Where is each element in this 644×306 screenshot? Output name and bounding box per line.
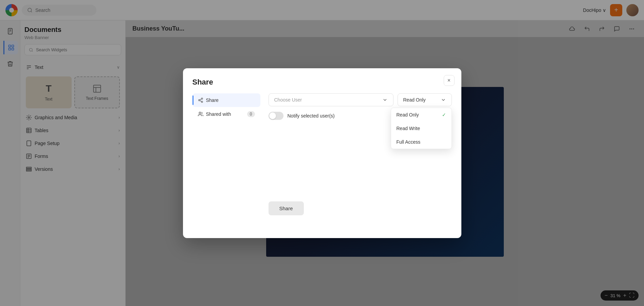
- svg-point-31: [201, 98, 203, 99]
- modal-overlay[interactable]: Share × Share Shared with 0: [0, 0, 644, 306]
- share-modal: Share × Share Shared with 0: [183, 68, 461, 238]
- modal-nav: Share Shared with 0: [192, 93, 260, 215]
- svg-line-34: [200, 101, 201, 102]
- people-nav-icon: [198, 111, 203, 117]
- perm-option-read-write-label: Read Write: [397, 126, 420, 131]
- modal-nav-share-label: Share: [206, 97, 219, 103]
- choose-user-dropdown[interactable]: Choose User: [269, 93, 393, 106]
- share-row: Choose User Read Only Read Only: [269, 93, 452, 106]
- choose-user-placeholder: Choose User: [274, 97, 302, 103]
- modal-nav-share[interactable]: Share: [192, 93, 260, 107]
- modal-title: Share: [192, 78, 452, 87]
- perm-option-full-access-label: Full Access: [397, 139, 421, 145]
- modal-content-area: Choose User Read Only Read Only: [269, 93, 452, 215]
- permission-dropdown-arrow-icon: [441, 97, 446, 103]
- perm-option-read-write[interactable]: Read Write: [391, 122, 452, 135]
- svg-point-33: [201, 101, 203, 102]
- perm-option-read-only-label: Read Only: [397, 112, 419, 118]
- permission-dropdown-wrapper: Read Only Read Only ✓ Read Write: [398, 93, 452, 106]
- perm-option-read-only[interactable]: Read Only ✓: [391, 108, 452, 122]
- svg-point-36: [199, 112, 201, 114]
- modal-nav-shared-with-label: Shared with: [206, 111, 231, 117]
- svg-line-35: [200, 99, 201, 100]
- permission-menu: Read Only ✓ Read Write Full Access: [391, 108, 452, 149]
- permission-dropdown[interactable]: Read Only: [398, 93, 452, 106]
- user-dropdown-arrow-icon: [382, 97, 388, 103]
- close-icon: ×: [447, 77, 450, 84]
- perm-option-full-access[interactable]: Full Access: [391, 135, 452, 149]
- modal-close-button[interactable]: ×: [444, 75, 455, 86]
- shared-with-badge: 0: [247, 111, 255, 117]
- share-nav-icon: [198, 97, 203, 103]
- modal-body: Share Shared with 0 Choose User: [192, 93, 452, 215]
- notify-label: Notify selected user(s): [288, 113, 335, 119]
- modal-nav-shared-with[interactable]: Shared with 0: [192, 107, 260, 121]
- share-button[interactable]: Share: [269, 201, 304, 215]
- permission-selected: Read Only: [403, 97, 426, 103]
- perm-option-read-only-check: ✓: [442, 112, 446, 118]
- share-btn-label: Share: [279, 205, 293, 211]
- svg-point-32: [199, 100, 200, 101]
- notify-toggle[interactable]: [269, 112, 283, 120]
- toggle-thumb: [269, 112, 276, 119]
